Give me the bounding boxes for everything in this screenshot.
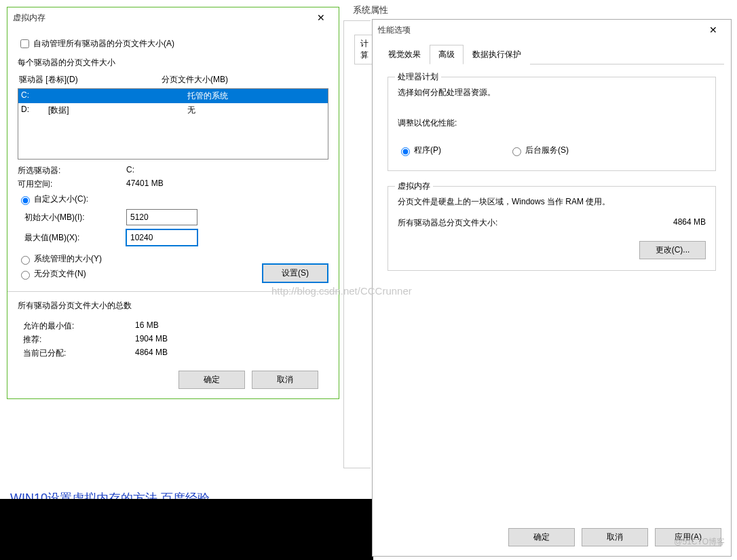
blog-watermark: @51CTO博客 — [674, 536, 725, 548]
change-button[interactable]: 更改(C)... — [639, 241, 706, 259]
selected-drive-value: C: — [126, 165, 134, 176]
tab-advanced[interactable]: 高级 — [430, 45, 464, 64]
tab-visual-effects[interactable]: 视觉效果 — [379, 45, 430, 64]
system-managed-label: 系统管理的大小(Y) — [34, 253, 102, 265]
auto-manage-label: 自动管理所有驱动器的分页文件大小(A) — [33, 38, 174, 50]
drive-row-c[interactable]: C: 托管的系统 — [18, 89, 328, 103]
set-button[interactable]: 设置(S) — [262, 263, 328, 283]
performance-options-dialog: 性能选项 ✕ 视觉效果 高级 数据执行保护 处理器计划 选择如何分配处理器资源。… — [372, 19, 732, 557]
auto-manage-checkbox[interactable] — [20, 39, 29, 48]
totals-label: 所有驱动器分页文件大小的总数 — [18, 300, 328, 312]
selected-drive-label: 所选驱动器: — [18, 165, 126, 176]
system-properties-back-window: 计算 — [343, 20, 371, 468]
processor-desc: 选择如何分配处理器资源。 — [398, 87, 706, 98]
vmem-desc: 分页文件是硬盘上的一块区域，Windows 当作 RAM 使用。 — [398, 196, 706, 208]
drive-label — [48, 90, 187, 102]
drive-size: 无 — [187, 105, 195, 116]
rec-value: 1904 MB — [135, 334, 168, 346]
virtual-memory-group: 虚拟内存 分页文件是硬盘上的一块区域，Windows 当作 RAM 使用。 所有… — [388, 186, 716, 271]
drive-letter: D: — [21, 105, 48, 116]
cancel-button[interactable]: 取消 — [582, 528, 648, 546]
black-bar — [0, 499, 373, 560]
system-managed-radio[interactable] — [21, 256, 30, 265]
max-size-label: 最大值(MB)(X): — [24, 232, 126, 244]
cancel-button[interactable]: 取消 — [252, 371, 318, 389]
free-space-label: 可用空间: — [18, 179, 126, 190]
initial-size-label: 初始大小(MB)(I): — [24, 212, 126, 223]
size-col-header: 分页文件大小(MB) — [162, 74, 228, 86]
perf-tabs: 视觉效果 高级 数据执行保护 — [379, 44, 724, 64]
max-size-input[interactable] — [126, 229, 197, 246]
close-icon[interactable]: ✕ — [309, 8, 333, 27]
drive-col-header: 驱动器 [卷标](D) — [19, 74, 162, 86]
total-pagefile-label: 所有驱动器总分页文件大小: — [398, 217, 673, 229]
drive-size: 托管的系统 — [187, 90, 228, 102]
drive-list-headers: 驱动器 [卷标](D) 分页文件大小(MB) — [18, 71, 328, 88]
programs-label: 程序(P) — [414, 145, 441, 156]
vm-titlebar: 虚拟内存 ✕ — [7, 7, 339, 28]
programs-radio[interactable] — [401, 147, 410, 156]
rec-label: 推荐: — [23, 334, 135, 346]
alloc-value: 4864 MB — [135, 348, 168, 359]
ok-button[interactable]: 确定 — [178, 371, 245, 389]
alloc-label: 当前已分配: — [23, 348, 135, 359]
total-pagefile-value: 4864 MB — [673, 217, 706, 229]
processor-legend: 处理器计划 — [395, 71, 441, 83]
ok-button[interactable]: 确定 — [508, 528, 575, 546]
drive-row-d[interactable]: D: [数据] 无 — [18, 103, 328, 117]
drive-label: [数据] — [48, 105, 187, 116]
vm-title: 虚拟内存 — [13, 12, 309, 24]
per-drive-label: 每个驱动器的分页文件大小 — [18, 57, 328, 69]
min-label: 允许的最小值: — [23, 320, 135, 332]
drive-list[interactable]: C: 托管的系统 D: [数据] 无 — [18, 88, 328, 160]
perf-title: 性能选项 — [378, 24, 701, 36]
custom-size-radio[interactable] — [21, 196, 30, 205]
perf-titlebar: 性能选项 ✕ — [373, 20, 731, 40]
background-radio[interactable] — [512, 147, 521, 156]
background-label: 后台服务(S) — [525, 145, 569, 156]
adjust-label: 调整以优化性能: — [398, 117, 706, 129]
drive-letter: C: — [21, 90, 48, 102]
min-value: 16 MB — [135, 320, 159, 332]
initial-size-input[interactable] — [126, 209, 197, 225]
no-paging-radio[interactable] — [21, 271, 30, 280]
processor-scheduling-group: 处理器计划 选择如何分配处理器资源。 调整以优化性能: 程序(P) 后台服务(S… — [388, 77, 716, 171]
tab-dep[interactable]: 数据执行保护 — [464, 45, 530, 64]
no-paging-label: 无分页文件(N) — [34, 268, 86, 280]
custom-size-label: 自定义大小(C): — [34, 193, 88, 205]
free-space-value: 47401 MB — [126, 179, 164, 190]
vmem-legend: 虚拟内存 — [395, 181, 433, 192]
close-icon[interactable]: ✕ — [701, 20, 725, 39]
virtual-memory-dialog: 虚拟内存 ✕ 自动管理所有驱动器的分页文件大小(A) 每个驱动器的分页文件大小 … — [7, 7, 339, 399]
system-properties-title: 系统属性 — [353, 4, 388, 16]
